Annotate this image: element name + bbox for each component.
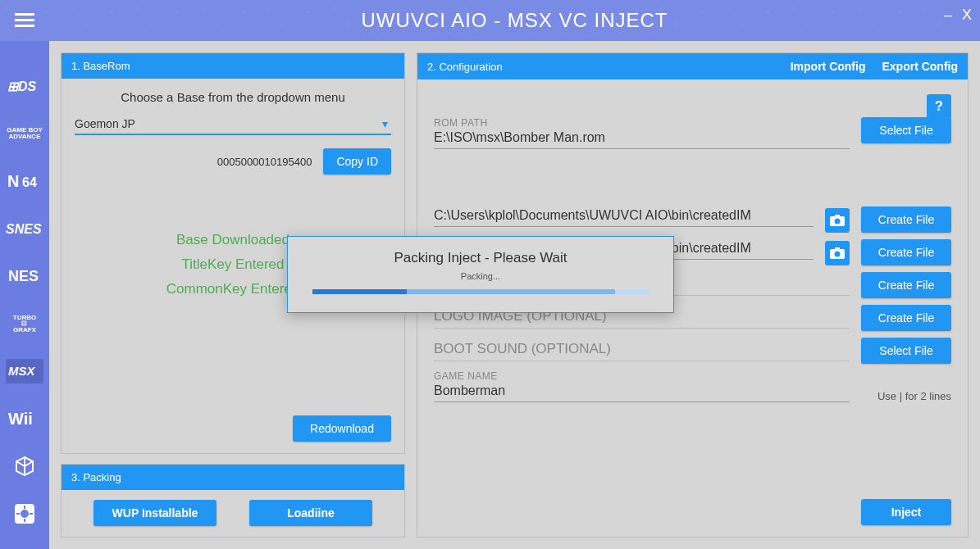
logo-create-file-button[interactable]: Create File — [861, 305, 951, 331]
loadiine-button[interactable]: Loadiine — [249, 500, 372, 526]
tv-create-file-button[interactable]: Create File — [861, 239, 951, 265]
modal-subtitle: Packing... — [312, 271, 649, 281]
svg-rect-13 — [24, 519, 25, 522]
choose-base-label: Choose a Base from the dropdown menu — [75, 90, 391, 104]
sidebar-item-wii[interactable]: Wii — [6, 406, 43, 431]
config-header: 2. Configuration Import Config Export Co… — [417, 53, 968, 79]
game-name-note: Use | for 2 lines — [861, 390, 951, 402]
import-config-button[interactable]: Import Config — [791, 60, 866, 73]
sidebar-item-gba[interactable]: GAME BOYADVANCE — [6, 121, 43, 146]
base-dropdown[interactable]: Goemon JP — [75, 114, 391, 135]
icon-image-input[interactable]: C:\Users\kplol\Documents\UWUVCI AIO\bin\… — [434, 206, 814, 227]
redownload-button[interactable]: Redownload — [293, 415, 391, 442]
packing-panel: 3. Packing WUP Installable Loadiine — [61, 464, 405, 538]
sidebar: ⊞DS GAME BOYADVANCE N64 SNES NES TURBO⊡G… — [0, 41, 49, 549]
game-name-label: GAME NAME — [434, 370, 850, 382]
sidebar-item-n64[interactable]: N64 — [6, 169, 43, 193]
svg-rect-20 — [835, 247, 840, 250]
svg-text:MSX: MSX — [8, 364, 36, 378]
baserom-header: 1. BaseRom — [62, 53, 404, 79]
svg-text:Wii: Wii — [8, 410, 33, 428]
rom-path-label: ROM PATH — [434, 117, 850, 129]
progress-bar — [312, 289, 649, 294]
svg-rect-1 — [15, 19, 34, 21]
inject-button[interactable]: Inject — [861, 499, 951, 525]
sidebar-item-settings[interactable] — [6, 501, 43, 526]
packing-header: 3. Packing — [62, 465, 404, 490]
minimize-button[interactable]: – — [944, 7, 952, 24]
icon-camera-button[interactable] — [825, 208, 850, 233]
base-id-value: 0005000010195400 — [217, 156, 312, 168]
packing-modal: Packing Inject - Please Wait Packing... — [287, 236, 674, 313]
rom-path-input[interactable]: E:\ISO\msx\Bomber Man.rom — [434, 129, 850, 149]
svg-point-11 — [21, 510, 29, 518]
titlebar: UWUVCI AIO - MSX VC INJECT – X — [0, 0, 980, 41]
svg-rect-15 — [30, 513, 33, 515]
sidebar-item-nes[interactable]: NES — [6, 264, 43, 288]
export-config-button[interactable]: Export Config — [882, 60, 958, 73]
sidebar-item-gamecube[interactable] — [6, 454, 43, 479]
status-downloaded: Base Downloaded — [176, 232, 289, 248]
status-titlekey: TitleKey Entered — [181, 256, 284, 273]
game-name-input[interactable]: Bomberman — [434, 382, 850, 402]
status-commonkey: CommonKey Entered — [166, 281, 300, 297]
svg-text:N: N — [7, 172, 19, 190]
svg-text:⊞DS: ⊞DS — [7, 79, 37, 93]
boot-sound-select-button[interactable]: Select File — [861, 338, 951, 364]
close-button[interactable]: X — [962, 7, 972, 24]
svg-point-21 — [835, 252, 841, 257]
gamepad-create-file-button[interactable]: Create File — [861, 272, 951, 298]
sidebar-item-msx[interactable]: MSX — [6, 359, 43, 383]
app-title: UWUVCI AIO - MSX VC INJECT — [49, 9, 980, 32]
icon-create-file-button[interactable]: Create File — [861, 206, 951, 233]
window-controls: – X — [944, 7, 972, 24]
sidebar-item-ds[interactable]: ⊞DS — [6, 74, 43, 98]
base-dropdown-value: Goemon JP — [75, 117, 135, 130]
config-header-title: 2. Configuration — [427, 61, 503, 73]
svg-rect-0 — [15, 13, 34, 16]
help-button[interactable]: ? — [927, 94, 951, 119]
svg-point-18 — [835, 219, 841, 225]
svg-rect-2 — [15, 25, 34, 27]
sidebar-item-snes[interactable]: SNES — [6, 216, 43, 241]
rom-select-file-button[interactable]: Select File — [861, 117, 951, 143]
sidebar-item-tg16[interactable]: TURBO⊡GRAFX — [6, 311, 43, 336]
boot-sound-input[interactable]: BOOT SOUND (OPTIONAL) — [434, 338, 850, 361]
menu-button[interactable] — [0, 0, 49, 41]
svg-rect-17 — [835, 215, 840, 217]
copy-id-button[interactable]: Copy ID — [323, 148, 391, 175]
wup-installable-button[interactable]: WUP Installable — [93, 500, 217, 526]
svg-text:64: 64 — [22, 175, 37, 189]
modal-title: Packing Inject - Please Wait — [312, 250, 649, 266]
svg-rect-14 — [16, 513, 20, 515]
svg-text:SNES: SNES — [6, 222, 42, 236]
tv-camera-button[interactable] — [825, 241, 850, 265]
svg-rect-12 — [24, 506, 25, 509]
svg-text:NES: NES — [8, 268, 39, 284]
